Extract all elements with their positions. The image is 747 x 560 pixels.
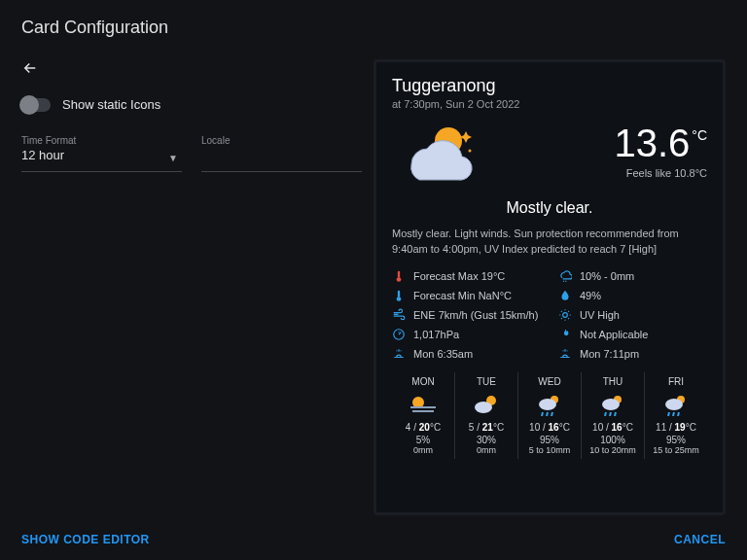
sunset: Mon 7:11pm [580,348,639,360]
svg-point-1 [469,150,472,153]
location-timestamp: at 7:30pm, Sun 2 Oct 2022 [392,98,707,110]
uv: UV High [580,309,620,321]
svg-line-25 [668,412,669,416]
forecast-day-rain: 10 to 20mm [584,445,642,455]
forecast-day: THU10 / 16°C100%10 to 20mm [582,372,645,459]
location-name: Tuggeranong [392,76,707,96]
back-button[interactable] [21,59,362,82]
forecast-day-pct: 5% [394,435,452,445]
svg-line-16 [547,412,548,416]
forecast-day-rain: 15 to 25mm [647,445,705,455]
rain-chance-icon [558,269,572,283]
feels-like: Feels like 10.8°C [614,167,707,179]
thermometer-hot-icon [392,269,406,283]
show-code-editor-button[interactable]: SHOW CODE EDITOR [21,533,150,546]
current-temp: 13.6 [614,122,690,165]
forecast-day-pct: 100% [584,435,642,445]
svg-line-27 [678,412,679,416]
forecast-day-temp: 4 / 20°C [394,422,452,433]
sunrise-icon [392,347,406,361]
fire-danger: Not Applicable [580,329,648,340]
svg-line-15 [542,412,543,416]
forecast-day-temp: 11 / 19°C [647,422,705,433]
condition-text: Mostly clear. [392,199,707,217]
sunset-icon [558,347,572,361]
time-format-field[interactable]: Time Format 12 hour ▼ [21,135,182,172]
forecast-day: FRI11 / 19°C95%15 to 25mm [645,372,707,459]
forecast-row: MON4 / 20°C5%0mmTUE5 / 21°C30%0mmWED10 /… [392,372,707,459]
svg-line-22 [615,412,616,416]
chevron-down-icon: ▼ [168,153,178,163]
static-icons-toggle[interactable] [21,98,51,112]
forecast-day-pct: 95% [520,435,579,445]
forecast-day-name: WED [520,376,579,387]
page-title: Card Configuration [21,18,726,38]
svg-point-14 [539,399,556,410]
locale-field[interactable]: Locale [201,135,362,172]
weather-card-preview: Tuggeranong at 7:30pm, Sun 2 Oct 2022 13… [374,59,726,515]
cancel-button[interactable]: CANCEL [674,533,726,546]
time-format-label: Time Format [21,135,182,146]
fire-icon [558,328,572,341]
config-panel: Show static Icons Time Format 12 hour ▼ … [21,59,362,515]
thermometer-cold-icon [392,289,406,302]
weather-hero-icon [392,116,480,184]
time-format-value: 12 hour [21,148,182,165]
forecast-day-name: TUE [457,376,516,387]
svg-line-21 [610,412,611,416]
wind-icon [392,308,406,322]
forecast-day-name: THU [584,376,642,387]
forecast-day-name: MON [394,376,452,387]
locale-value [201,148,362,165]
humidity: 49% [580,290,601,301]
static-icons-label: Show static Icons [62,97,160,112]
forecast-day-icon [647,391,705,418]
svg-point-24 [665,399,683,410]
svg-rect-10 [412,410,434,412]
pressure: 1,017hPa [413,329,459,340]
locale-label: Locale [201,135,362,146]
forecast-day: TUE5 / 21°C30%0mm [455,372,518,459]
forecast-min: Forecast Min NaN°C [413,290,512,301]
forecast-day-rain: 5 to 10mm [520,445,579,455]
svg-rect-4 [398,291,400,298]
svg-point-5 [397,297,402,301]
pressure-icon [392,328,406,341]
forecast-day-rain: 0mm [394,445,452,455]
svg-rect-2 [398,271,400,278]
svg-point-12 [475,402,492,413]
forecast-max: Forecast Max 19°C [413,270,505,282]
forecast-day-name: FRI [647,376,705,387]
forecast-day-pct: 95% [647,435,705,445]
temp-unit: °C [692,127,707,143]
forecast-day: WED10 / 16°C95%5 to 10mm [518,372,582,459]
svg-line-20 [605,412,606,416]
uv-icon [558,308,572,322]
svg-line-26 [673,412,674,416]
forecast-day-pct: 30% [457,435,516,445]
forecast-day-temp: 10 / 16°C [520,422,579,433]
forecast-day-icon [394,391,452,418]
humidity-icon [558,289,572,302]
forecast-day-icon [584,391,642,418]
forecast-day-rain: 0mm [457,445,516,455]
svg-rect-9 [410,406,436,408]
forecast-day-icon [520,391,579,418]
svg-point-6 [563,313,568,318]
condition-description: Mostly clear. Light winds. Sun protectio… [392,227,707,258]
forecast-day: MON4 / 20°C5%0mm [392,372,455,459]
forecast-day-icon [457,391,516,418]
sunrise: Mon 6:35am [413,348,473,360]
wind: ENE 7km/h (Gust 15km/h) [413,309,538,321]
svg-line-17 [551,412,552,416]
svg-point-19 [602,399,620,410]
forecast-day-temp: 10 / 16°C [584,422,642,433]
rain-chance: 10% - 0mm [580,270,634,282]
forecast-day-temp: 5 / 21°C [457,422,516,433]
svg-point-3 [397,277,402,282]
